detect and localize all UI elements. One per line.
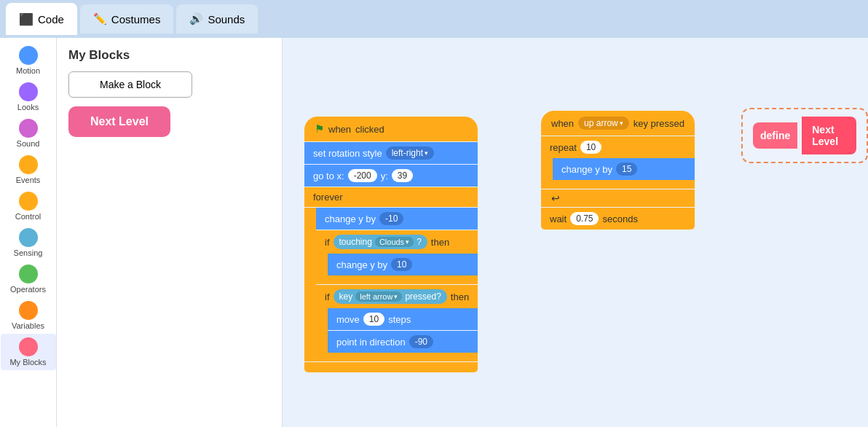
sidebar-item-motion[interactable]: Motion [1,42,56,79]
operators-label: Operators [10,285,46,294]
x-value[interactable]: -200 [348,169,377,182]
block-go-to[interactable]: go to x: -200 y: 39 [304,165,478,187]
variables-label: Variables [12,321,44,330]
tab-code-label: Code [38,13,64,26]
y-value[interactable]: 39 [392,169,413,182]
sounds-icon: 🔊 [189,12,203,26]
key-pressed-block[interactable]: key left arrow ▾ pressed? [334,289,447,304]
forever-arm [304,208,316,361]
block-if-key-top[interactable]: if key left arrow ▾ pressed? then [316,285,478,308]
sidebar-item-looks[interactable]: Looks [1,79,56,115]
looks-circle [19,82,38,101]
change-y2-val[interactable]: 10 [391,258,412,271]
sidebar-item-myblocks[interactable]: My Blocks [1,334,56,370]
sidebar-item-sensing[interactable]: Sensing [1,224,56,261]
define-custom-block[interactable]: Next Level [802,117,856,154]
block-point-direction[interactable]: point in direction -90 [328,331,478,353]
move-val[interactable]: 10 [363,313,384,326]
touching-block[interactable]: touching Clouds ▾ ? [334,235,427,249]
script-when-key: when up arrow ▾ key pressed repeat 10 ch… [541,111,695,230]
hat-block-clicked[interactable]: ⚑ when clicked [304,117,478,141]
repeat-val[interactable]: 10 [580,141,601,154]
block-change-y2[interactable]: change y by 10 [328,254,478,275]
block-change-y3[interactable]: change y by 15 [553,158,695,180]
rotation-dropdown[interactable]: left-right ▾ [386,146,434,160]
blocks-panel: My Blocks Make a Block Next Level [57,38,283,427]
block-forever-top[interactable]: forever [304,187,478,207]
if-clouds-bottom [316,275,478,284]
variables-circle [19,301,38,320]
wait-val[interactable]: 0.75 [570,212,599,225]
motion-label: Motion [16,66,40,75]
direction-val[interactable]: -90 [409,335,433,348]
sound-label: Sound [17,139,40,148]
script-when-clicked: ⚑ when clicked set rotation style left-r… [304,117,478,372]
sidebar-item-variables[interactable]: Variables [1,297,56,334]
clouds-dropdown[interactable]: Clouds ▾ [375,237,414,247]
if-key-bottom [316,353,478,361]
tab-sounds-label: Sounds [208,13,245,26]
top-tabs-bar: ⬛ Code ✏️ Costumes 🔊 Sounds [0,0,868,38]
flag-icon: ⚑ [315,122,324,136]
sidebar-item-control[interactable]: Control [1,188,56,224]
control-circle [19,192,38,211]
when-label: when [328,124,351,135]
main-area: Motion Looks Sound Events Control Sensin… [0,38,868,427]
costumes-icon: ✏️ [93,12,107,26]
sidebar: Motion Looks Sound Events Control Sensin… [0,38,57,427]
motion-circle [19,46,38,65]
block-rotation-style[interactable]: set rotation style left-right ▾ [304,142,478,164]
make-block-button[interactable]: Make a Block [68,71,192,98]
tab-code[interactable]: ⬛ Code [6,3,77,35]
sidebar-item-operators[interactable]: Operators [1,261,56,297]
block-move-steps[interactable]: move 10 steps [328,308,478,330]
hat-block-key[interactable]: when up arrow ▾ key pressed [541,111,695,136]
repeat-bottom [541,180,695,189]
sensing-label: Sensing [14,248,43,257]
myblocks-label: My Blocks [9,358,46,367]
myblocks-circle [19,337,38,356]
tab-sounds[interactable]: 🔊 Sounds [176,4,258,34]
change-y1-val[interactable]: -10 [379,212,403,225]
operators-circle [19,265,38,283]
tab-costumes[interactable]: ✏️ Costumes [80,4,174,34]
block-wait[interactable]: wait 0.75 seconds [541,208,695,230]
forever-bottom [304,362,478,372]
events-circle [19,155,38,174]
define-block-wrapper: define Next Level [741,108,868,163]
sidebar-item-events[interactable]: Events [1,152,56,188]
blocks-panel-title: My Blocks [68,48,270,63]
key-hat-dropdown[interactable]: up arrow ▾ [578,117,629,130]
block-if-clouds-top[interactable]: if touching Clouds ▾ ? then [316,230,478,254]
if-key-arm [316,308,328,353]
sensing-circle [19,228,38,247]
block-repeat-top[interactable]: repeat 10 [541,136,695,158]
change-y3-val[interactable]: 15 [616,162,637,176]
sidebar-item-sound[interactable]: Sound [1,115,56,152]
control-label: Control [15,212,41,221]
repeat-arrow-indicator: ↩ [541,189,695,207]
code-icon: ⬛ [19,12,33,26]
define-label-block: define [753,122,797,149]
key-dropdown[interactable]: left arrow ▾ [355,291,402,302]
next-level-button[interactable]: Next Level [68,106,170,137]
repeat-arm [541,158,553,180]
if-clouds-arm [316,254,328,275]
clicked-label: clicked [355,124,384,135]
sound-circle [19,119,38,138]
events-label: Events [16,176,41,184]
looks-label: Looks [17,103,39,111]
canvas: ⚑ when clicked set rotation style left-r… [283,38,868,427]
tab-costumes-label: Costumes [111,13,161,26]
block-change-y1[interactable]: change y by -10 [316,208,478,230]
